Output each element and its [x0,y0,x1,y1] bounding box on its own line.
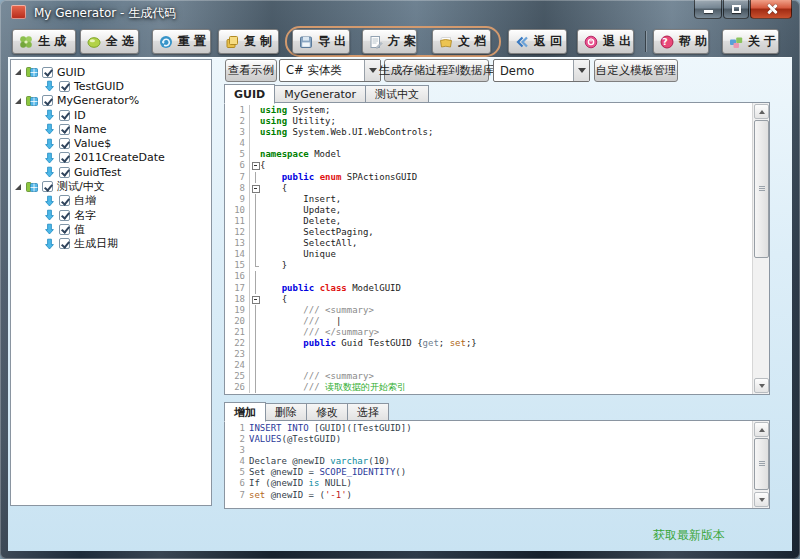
fold-marker[interactable] [249,183,260,194]
exit-power-icon [584,35,598,49]
scroll-up-button[interactable] [754,104,769,119]
generate-button[interactable]: 生成 [12,29,76,54]
checkbox[interactable] [59,195,70,206]
tab-sql[interactable]: 增加 [224,402,266,422]
tree-item-label: 值 [74,222,85,237]
back-button[interactable]: 返回 [508,29,567,54]
code-editor-main[interactable]: 1using System;2using Utility;3using Syst… [224,102,770,395]
code-line: 4 [225,138,752,149]
code-line: 21 /// </summary> [225,327,752,338]
help-button[interactable]: ? 帮助 [653,29,709,54]
checkbox[interactable] [42,95,53,106]
code-line: 6{ [225,160,752,171]
fold-marker [249,382,260,393]
scroll-down-button[interactable] [754,378,769,393]
checkbox[interactable] [59,238,70,249]
get-latest-version-link[interactable]: 获取最新版本 [653,527,725,544]
fold-column [249,138,260,149]
chevron-down-icon[interactable] [573,60,589,81]
vertical-scrollbar[interactable] [752,421,769,508]
export-button[interactable]: 导出 [292,29,350,54]
field-arrow-icon [44,152,55,164]
chevron-down-icon[interactable] [364,60,380,81]
fold-marker [249,349,260,360]
tree-item-field[interactable]: Value$ [11,136,211,150]
checkbox[interactable] [59,124,70,135]
tree-item-field[interactable]: GuidTest [11,165,211,179]
fold-column [249,105,260,116]
tree-item-table[interactable]: 测试/中文 [11,179,211,193]
tree-item-field[interactable]: 名字 [11,208,211,222]
code-area[interactable]: 1using System;2using Utility;3using Syst… [225,105,752,394]
tree-item-field[interactable]: TestGUID [11,79,211,93]
scrollbar-thumb[interactable] [754,438,769,490]
main-editor-tabs: GUIDMyGenerator测试中文 [224,84,429,103]
tab-sql[interactable]: 选择 [347,403,389,421]
expander-icon[interactable] [15,184,21,190]
sql-editor-tabs: 增加删除修改选择 [224,402,389,421]
exit-button[interactable]: 退出 [577,29,634,54]
code-line: 4Declare @newID varchar(10) [225,456,752,467]
app-icon [11,5,26,19]
code-editor-sql[interactable]: 1INSERT INTO [GUID]([TestGUID])2VALUES(@… [224,420,770,509]
code-line: 7 public enum SPActionsGUID [225,172,752,183]
generate-sp-button[interactable]: 生成存储过程到数据库 [384,59,489,82]
select-all-button[interactable]: 全选 [80,29,139,54]
code-line: 26 /// 读取数据的开始索引 [225,382,752,393]
database-combobox[interactable]: Demo [493,59,590,82]
scheme-button[interactable]: 方案 [362,29,417,54]
fold-marker[interactable] [249,160,260,171]
code-line: 23 [225,349,752,360]
expander-icon[interactable] [15,69,21,75]
checkbox[interactable] [59,81,70,92]
checkbox[interactable] [59,167,70,178]
about-blocks-icon [729,35,743,49]
database-value: Demo [494,64,573,78]
tab-main[interactable]: 测试中文 [365,85,429,103]
tab-sql[interactable]: 修改 [306,403,347,421]
checkbox[interactable] [59,152,70,163]
minimize-button[interactable] [694,0,722,19]
export-floppy-icon [299,35,313,49]
maximize-button[interactable] [723,0,749,19]
field-tree-panel[interactable]: GUIDTestGUIDMyGenerator%IDNameValue$2011… [10,59,212,506]
scroll-up-button[interactable] [754,422,769,437]
vertical-scrollbar[interactable] [752,103,769,394]
checkbox[interactable] [42,181,53,192]
tab-main[interactable]: MyGenerator [275,85,365,103]
about-button[interactable]: 关于 [722,29,779,54]
checkbox[interactable] [59,138,70,149]
view-sample-button[interactable]: 查看示例 [225,59,277,82]
field-arrow-icon [44,109,55,121]
code-line: 24 [225,360,752,371]
tree-item-table[interactable]: MyGenerator% [11,94,211,108]
reset-button[interactable]: 重置 [152,29,211,54]
scroll-down-button[interactable] [754,492,769,507]
tree-item-field[interactable]: ID [11,108,211,122]
checkbox[interactable] [42,67,53,78]
tree-item-table[interactable]: GUID [11,65,211,79]
checkbox[interactable] [59,224,70,235]
table-icon [26,181,38,193]
document-button[interactable]: 文档 [432,29,491,54]
close-button[interactable] [750,0,792,19]
tab-sql[interactable]: 删除 [266,403,306,421]
tree-item-field[interactable]: 2011CreateDate [11,151,211,165]
help-question-icon: ? [660,35,674,49]
fold-marker[interactable] [249,294,260,305]
template-manager-button[interactable]: 自定义模板管理 [594,59,678,82]
tree-item-field[interactable]: 值 [11,222,211,236]
tree-item-field[interactable]: 自增 [11,194,211,208]
code-area[interactable]: 1INSERT INTO [GUID]([TestGUID])2VALUES(@… [225,423,752,508]
tree-item-field[interactable]: Name [11,122,211,136]
tree-item-field[interactable]: 生成日期 [11,237,211,251]
scrollbar-thumb[interactable] [754,120,769,258]
tab-main[interactable]: GUID [224,84,275,104]
template-type-combobox[interactable]: C# 实体类 [279,59,381,82]
title-bar[interactable]: My Generator - 生成代码 [0,0,800,26]
expander-icon[interactable] [15,98,21,104]
copy-button[interactable]: 复制 [218,29,279,54]
checkbox[interactable] [59,210,70,221]
app-window: My Generator - 生成代码 生成 全选 重置 复制 导出 方案 文档 [0,0,800,559]
checkbox[interactable] [59,110,70,121]
